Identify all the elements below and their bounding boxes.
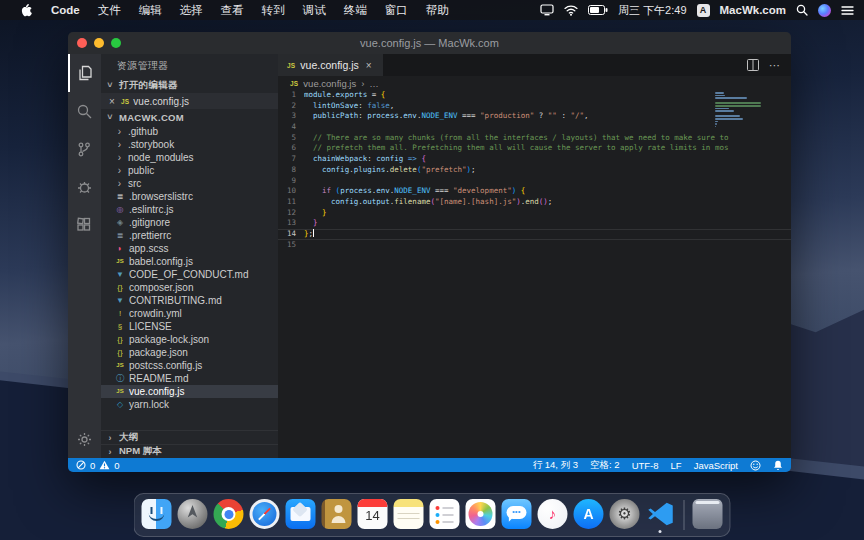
- dock-messages-icon[interactable]: [502, 499, 532, 531]
- explorer-icon[interactable]: [68, 54, 101, 92]
- errors-count[interactable]: 0: [90, 460, 95, 471]
- status-bar-item[interactable]: UTF-8: [632, 460, 659, 471]
- menu-item[interactable]: 终端: [335, 0, 376, 20]
- tree-item[interactable]: ◈.gitignore: [101, 216, 278, 229]
- warnings-count[interactable]: 0: [114, 460, 119, 471]
- dock-finder-icon[interactable]: [142, 499, 172, 531]
- minimize-window-button[interactable]: [94, 38, 104, 48]
- close-icon[interactable]: ×: [107, 96, 117, 107]
- open-editors-section[interactable]: ˅ 打开的编辑器: [101, 77, 278, 93]
- display-icon[interactable]: [540, 4, 554, 16]
- notifications-bell-icon[interactable]: [773, 460, 783, 471]
- dock-calendar-icon[interactable]: 14: [358, 499, 388, 531]
- tab-vue-config[interactable]: JS vue.config.js ×: [278, 54, 383, 76]
- dock-trash-icon[interactable]: [693, 499, 723, 531]
- project-section-header[interactable]: ˅ MACWK.COM: [101, 109, 278, 125]
- tree-item[interactable]: {}composer.json: [101, 281, 278, 294]
- tree-item[interactable]: ◗app.scss: [101, 242, 278, 255]
- tree-item[interactable]: §LICENSE: [101, 320, 278, 333]
- tree-item[interactable]: ›src: [101, 177, 278, 190]
- status-bar-item[interactable]: JavaScript: [694, 460, 738, 471]
- search-icon[interactable]: [68, 92, 101, 130]
- menu-item[interactable]: 查看: [212, 0, 253, 20]
- menu-item[interactable]: 转到: [253, 0, 294, 20]
- status-bar-item[interactable]: 行 14, 列 3: [533, 459, 578, 472]
- sidebar-section[interactable]: ›NPM 脚本: [101, 444, 278, 458]
- code-line[interactable]: 10 if (process.env.NODE_ENV === "develop…: [278, 186, 791, 197]
- menu-item[interactable]: 帮助: [417, 0, 458, 20]
- tree-item[interactable]: ≣.browserslistrc: [101, 190, 278, 203]
- zoom-window-button[interactable]: [111, 38, 121, 48]
- menu-app-name[interactable]: Code: [42, 0, 89, 20]
- code-line[interactable]: 6 // prefetch them all. Prefetching them…: [278, 143, 791, 154]
- dock-settings-icon[interactable]: ⚙: [610, 499, 640, 531]
- debug-icon[interactable]: [68, 168, 101, 206]
- tree-item[interactable]: ›.storybook: [101, 138, 278, 151]
- tree-item[interactable]: JSbabel.config.js: [101, 255, 278, 268]
- status-bar-item[interactable]: LF: [671, 460, 682, 471]
- dock-appstore-icon[interactable]: A: [574, 499, 604, 531]
- tree-item[interactable]: ◇yarn.lock: [101, 398, 278, 411]
- dock-itunes-icon[interactable]: ♪: [538, 499, 568, 531]
- code-line[interactable]: 9: [278, 176, 791, 187]
- sidebar-section[interactable]: ›大纲: [101, 430, 278, 444]
- dock-safari-icon[interactable]: [250, 499, 280, 531]
- tree-item[interactable]: ◎.eslintrc.js: [101, 203, 278, 216]
- split-editor-icon[interactable]: [747, 59, 759, 71]
- menu-item[interactable]: 选择: [171, 0, 212, 20]
- settings-gear-icon[interactable]: [68, 420, 101, 458]
- code-line[interactable]: 12 }: [278, 208, 791, 219]
- breadcrumb-file[interactable]: vue.config.js: [303, 78, 356, 89]
- menu-item[interactable]: 文件: [89, 0, 130, 20]
- dock-reminders-icon[interactable]: [430, 499, 460, 531]
- notification-center-icon[interactable]: [841, 5, 854, 16]
- code-line[interactable]: 8 config.plugins.delete("prefetch");: [278, 165, 791, 176]
- tree-item[interactable]: {}package.json: [101, 346, 278, 359]
- code-line[interactable]: 11 config.output.filename("[name].[hash]…: [278, 197, 791, 208]
- dock-launchpad-icon[interactable]: [178, 499, 208, 531]
- minimap[interactable]: [715, 92, 765, 131]
- battery-icon[interactable]: [588, 5, 608, 15]
- source-control-icon[interactable]: [68, 130, 101, 168]
- more-actions-icon[interactable]: ⋯: [769, 59, 781, 72]
- tree-item[interactable]: ⓘREADME.md: [101, 372, 278, 385]
- dock-photos-icon[interactable]: [466, 499, 496, 531]
- tree-item[interactable]: !crowdin.yml: [101, 307, 278, 320]
- breadcrumb-symbol[interactable]: …: [369, 78, 379, 89]
- warnings-icon[interactable]: [99, 460, 110, 470]
- apple-menu[interactable]: [10, 3, 42, 17]
- tree-item[interactable]: ›public: [101, 164, 278, 177]
- open-editor-item[interactable]: × JS vue.config.js: [101, 93, 278, 109]
- dock-vscode-icon[interactable]: [646, 499, 676, 531]
- input-source-icon[interactable]: A: [697, 4, 710, 17]
- dock-chrome-icon[interactable]: [214, 499, 244, 531]
- code-line[interactable]: 15: [278, 240, 791, 251]
- tree-item[interactable]: JSpostcss.config.js: [101, 359, 278, 372]
- window-title-bar[interactable]: vue.config.js — MacWk.com: [68, 32, 791, 54]
- tree-item[interactable]: ≣.prettierrc: [101, 229, 278, 242]
- tree-item[interactable]: {}package-lock.json: [101, 333, 278, 346]
- status-bar-item[interactable]: 空格: 2: [590, 459, 620, 472]
- feedback-smiley-icon[interactable]: [750, 460, 761, 471]
- tree-item[interactable]: ›.github: [101, 125, 278, 138]
- extensions-icon[interactable]: [68, 206, 101, 244]
- menu-item[interactable]: 编辑: [130, 0, 171, 20]
- code-editor[interactable]: 1module.exports = {2 lintOnSave: false,3…: [278, 90, 791, 458]
- tree-item[interactable]: ▼CODE_OF_CONDUCT.md: [101, 268, 278, 281]
- errors-icon[interactable]: [76, 460, 86, 470]
- close-window-button[interactable]: [77, 38, 87, 48]
- dock-notes-icon[interactable]: [394, 499, 424, 531]
- dock-mail-icon[interactable]: [286, 499, 316, 531]
- dock-contacts-icon[interactable]: [322, 499, 352, 531]
- menu-bar-brand[interactable]: MacWk.com: [720, 4, 786, 16]
- menu-bar-clock[interactable]: 周三 下午2:49: [618, 3, 686, 18]
- siri-icon[interactable]: [818, 4, 831, 17]
- code-line[interactable]: 14};: [278, 229, 791, 240]
- breadcrumb[interactable]: JS vue.config.js › …: [278, 76, 791, 90]
- tree-item[interactable]: ›node_modules: [101, 151, 278, 164]
- tree-item[interactable]: ▼CONTRIBUTING.md: [101, 294, 278, 307]
- code-line[interactable]: 5 // There are so many chunks (from all …: [278, 133, 791, 144]
- menu-item[interactable]: 窗口: [376, 0, 417, 20]
- code-line[interactable]: 7 chainWebpack: config => {: [278, 154, 791, 165]
- tree-item[interactable]: JSvue.config.js: [101, 385, 278, 398]
